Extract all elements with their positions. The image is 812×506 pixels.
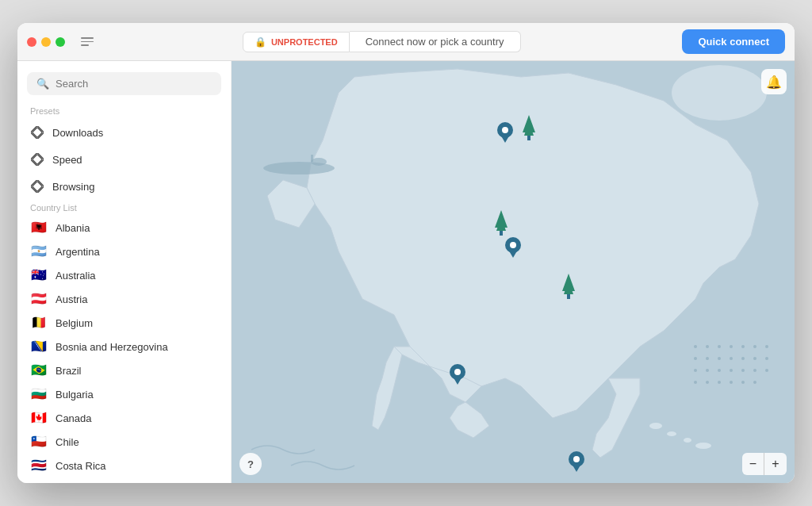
menu-icon[interactable] [81, 37, 94, 46]
svg-point-16 [706, 369, 709, 372]
svg-point-10 [730, 345, 733, 348]
svg-point-50 [510, 242, 516, 248]
country-albania-label: Albania [56, 222, 90, 234]
country-belgium-label: Belgium [56, 317, 93, 329]
country-australia-label: Australia [56, 270, 96, 282]
country-australia[interactable]: 🇦🇺 Australia [17, 263, 231, 287]
svg-point-30 [718, 381, 721, 384]
preset-downloads-icon [30, 125, 44, 140]
svg-point-44 [502, 127, 508, 133]
svg-point-15 [694, 369, 697, 372]
quick-connect-button[interactable]: Quick connect [682, 29, 785, 54]
svg-point-26 [753, 369, 756, 372]
svg-rect-41 [311, 155, 313, 162]
app-window: 🔒 UNPROTECTED Connect now or pick a coun… [17, 23, 795, 483]
svg-point-19 [741, 345, 745, 348]
search-input[interactable] [56, 78, 212, 90]
flag-costa-rica: 🇨🇷 [30, 459, 48, 472]
svg-point-31 [730, 381, 733, 384]
svg-point-37 [684, 438, 691, 443]
main-content: 🔍 Presets Downloads [17, 61, 795, 483]
flag-brazil: 🇧🇷 [30, 364, 48, 377]
country-argentina[interactable]: 🇦🇷 Argentina [17, 240, 231, 263]
country-bosnia[interactable]: 🇧🇦 Bosnia and Herzegovina [17, 335, 231, 358]
traffic-lights [27, 37, 65, 47]
country-bulgaria-label: Bulgaria [56, 389, 94, 401]
map-area: 🔔 ? − + [232, 61, 795, 483]
flag-bosnia: 🇧🇦 [30, 340, 48, 353]
svg-point-32 [741, 381, 745, 384]
preset-browsing[interactable]: Browsing [17, 173, 231, 200]
flag-austria: 🇦🇹 [30, 293, 48, 305]
map-svg [232, 61, 795, 483]
flag-australia: 🇦🇺 [30, 269, 48, 282]
svg-point-9 [718, 345, 721, 348]
svg-point-12 [706, 357, 709, 360]
country-brazil[interactable]: 🇧🇷 Brazil [17, 358, 231, 382]
svg-rect-47 [527, 136, 530, 140]
bell-icon: 🔔 [766, 75, 782, 90]
svg-point-21 [765, 345, 768, 348]
country-bulgaria[interactable]: 🇧🇬 Bulgaria [17, 382, 231, 406]
svg-point-22 [741, 357, 745, 360]
presets-label: Presets [17, 103, 231, 119]
svg-point-13 [718, 357, 721, 360]
status-badge: 🔒 UNPROTECTED [243, 32, 350, 52]
svg-point-38 [695, 443, 711, 449]
minimize-dot[interactable] [41, 37, 51, 47]
svg-point-14 [730, 357, 733, 360]
search-box[interactable]: 🔍 [27, 72, 221, 95]
zoom-in-button[interactable]: + [764, 453, 787, 475]
flag-albania: 🇦🇱 [30, 221, 48, 234]
svg-point-25 [741, 369, 745, 372]
zoom-controls: − + [742, 453, 787, 475]
svg-point-36 [667, 431, 676, 436]
svg-point-17 [718, 369, 721, 372]
zoom-out-button[interactable]: − [742, 453, 764, 475]
country-argentina-label: Argentina [56, 246, 100, 258]
country-chile[interactable]: 🇨🇱 Chile [17, 430, 231, 454]
svg-point-34 [672, 65, 767, 121]
svg-point-59 [454, 369, 461, 375]
svg-point-23 [753, 357, 756, 360]
status-label: UNPROTECTED [271, 37, 338, 47]
svg-rect-56 [567, 294, 570, 299]
preset-speed-label: Speed [52, 154, 82, 166]
country-brazil-label: Brazil [56, 365, 82, 377]
maximize-dot[interactable] [56, 37, 65, 47]
svg-point-33 [753, 381, 756, 384]
country-list-label: Country List [17, 200, 231, 216]
country-chile-label: Chile [56, 436, 79, 448]
svg-point-20 [753, 345, 756, 348]
svg-point-8 [706, 345, 709, 348]
flag-chile: 🇨🇱 [30, 435, 48, 448]
preset-downloads-label: Downloads [52, 127, 103, 139]
preset-speed-icon [30, 152, 44, 167]
svg-rect-53 [500, 231, 503, 236]
country-austria-label: Austria [56, 293, 87, 305]
titlebar-center: 🔒 UNPROTECTED Connect now or pick a coun… [100, 31, 663, 52]
close-dot[interactable] [27, 37, 36, 47]
country-belgium[interactable]: 🇧🇪 Belgium [17, 311, 231, 335]
preset-downloads[interactable]: Downloads [17, 119, 231, 146]
country-albania[interactable]: 🇦🇱 Albania [17, 216, 231, 240]
bell-button[interactable]: 🔔 [761, 69, 787, 94]
svg-point-35 [649, 423, 662, 429]
connect-text: Connect now or pick a country [350, 31, 521, 52]
svg-point-28 [694, 381, 697, 384]
svg-point-29 [706, 381, 709, 384]
titlebar: 🔒 UNPROTECTED Connect now or pick a coun… [17, 23, 795, 61]
flag-bulgaria: 🇧🇬 [30, 388, 48, 401]
svg-point-62 [573, 456, 580, 462]
preset-speed[interactable]: Speed [17, 146, 231, 173]
flag-belgium: 🇧🇪 [30, 316, 48, 329]
flag-canada: 🇨🇦 [30, 412, 48, 424]
help-button[interactable]: ? [239, 453, 262, 475]
svg-point-24 [765, 357, 768, 360]
country-costa-rica[interactable]: 🇨🇷 Costa Rica [17, 454, 231, 477]
country-canada[interactable]: 🇨🇦 Canada [17, 406, 231, 430]
svg-point-27 [765, 369, 768, 372]
country-austria[interactable]: 🇦🇹 Austria [17, 287, 231, 311]
preset-browsing-label: Browsing [52, 181, 94, 193]
country-bosnia-label: Bosnia and Herzegovina [56, 341, 168, 353]
